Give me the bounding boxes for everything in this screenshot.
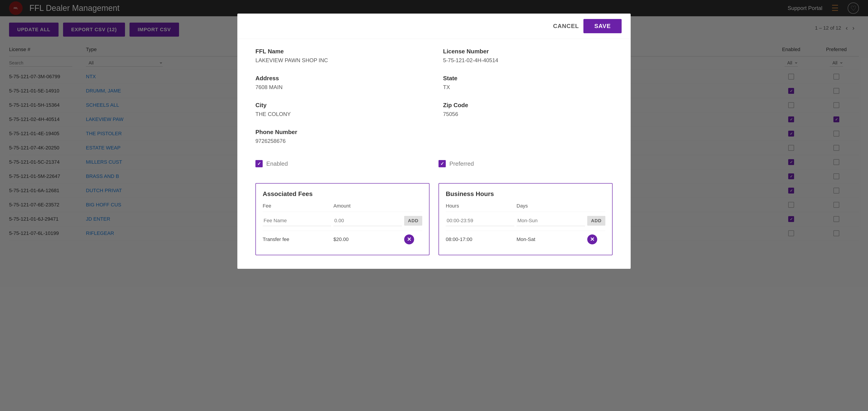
- fees-section: Associated Fees Fee Amount ADD Transfer …: [255, 183, 430, 255]
- modal-topbar: CANCEL SAVE: [237, 13, 631, 39]
- enabled-checkbox-row: Enabled: [255, 160, 430, 167]
- preferred-checkbox-row: Preferred: [438, 160, 613, 167]
- hours-title: Business Hours: [446, 190, 605, 198]
- hours-add-button[interactable]: ADD: [587, 216, 605, 226]
- zip-value: 75056: [443, 111, 613, 117]
- modal-overlay: CANCEL SAVE FFL Name LAKEVIEW PAWN SHOP …: [0, 0, 868, 411]
- fee-row: Transfer fee $20.00 ✕: [263, 230, 422, 248]
- address-value: 7608 MAIN: [255, 84, 425, 90]
- hours-section: Business Hours Hours Days ADD 08:00-17:0…: [438, 183, 613, 255]
- fees-add-row: ADD: [263, 216, 422, 226]
- fee-name-input[interactable]: [263, 216, 331, 226]
- license-number-label: License Number: [443, 48, 613, 55]
- sections-row: Associated Fees Fee Amount ADD Transfer …: [255, 183, 613, 255]
- fees-title: Associated Fees: [263, 190, 422, 198]
- fee-remove-button[interactable]: ✕: [404, 234, 414, 244]
- hours-row-days: Mon-Sat: [517, 236, 585, 242]
- hours-days-input[interactable]: [517, 216, 585, 226]
- zip-label: Zip Code: [443, 102, 613, 109]
- fees-col-amount: Amount: [333, 203, 402, 209]
- fees-col-headers: Fee Amount: [263, 203, 422, 212]
- preferred-label: Preferred: [450, 160, 474, 167]
- modal-fields-grid: FFL Name LAKEVIEW PAWN SHOP INC License …: [255, 48, 613, 144]
- city-label: City: [255, 102, 425, 109]
- enabled-label: Enabled: [266, 160, 288, 167]
- hours-row-time: 08:00-17:00: [446, 236, 514, 242]
- address-field: Address 7608 MAIN: [255, 75, 425, 90]
- license-number-value: 5-75-121-02-4H-40514: [443, 57, 613, 64]
- state-label: State: [443, 75, 613, 82]
- hours-col-hours: Hours: [446, 203, 514, 209]
- phone-label: Phone Number: [255, 129, 425, 136]
- enabled-checkbox[interactable]: [255, 160, 263, 167]
- hours-time-input[interactable]: [446, 216, 514, 226]
- state-value: TX: [443, 84, 613, 90]
- city-field: City THE COLONY: [255, 102, 425, 117]
- hours-remove-button[interactable]: ✕: [587, 234, 597, 244]
- modal-dialog: CANCEL SAVE FFL Name LAKEVIEW PAWN SHOP …: [237, 13, 631, 269]
- hours-row: 08:00-17:00 Mon-Sat ✕: [446, 230, 605, 248]
- phone-field: Phone Number 9726258676: [255, 129, 425, 144]
- phone-value: 9726258676: [255, 138, 425, 144]
- hours-add-row: ADD: [446, 216, 605, 226]
- state-field: State TX: [443, 75, 613, 90]
- save-button[interactable]: SAVE: [583, 19, 622, 33]
- modal-body: FFL Name LAKEVIEW PAWN SHOP INC License …: [237, 39, 631, 269]
- fee-row-name: Transfer fee: [263, 236, 331, 242]
- ffl-name-value: LAKEVIEW PAWN SHOP INC: [255, 57, 425, 64]
- ffl-name-label: FFL Name: [255, 48, 425, 55]
- fee-row-amount: $20.00: [333, 236, 402, 242]
- address-label: Address: [255, 75, 425, 82]
- city-value: THE COLONY: [255, 111, 425, 117]
- ffl-name-field: FFL Name LAKEVIEW PAWN SHOP INC: [255, 48, 425, 64]
- zip-field: Zip Code 75056: [443, 102, 613, 117]
- hours-col-days: Days: [517, 203, 585, 209]
- preferred-checkbox[interactable]: [438, 160, 446, 167]
- cancel-button[interactable]: CANCEL: [553, 23, 579, 30]
- fees-col-fee: Fee: [263, 203, 331, 209]
- hours-col-headers: Hours Days: [446, 203, 605, 212]
- fee-add-button[interactable]: ADD: [404, 216, 422, 226]
- fee-amount-input[interactable]: [333, 216, 402, 226]
- license-number-field: License Number 5-75-121-02-4H-40514: [443, 48, 613, 64]
